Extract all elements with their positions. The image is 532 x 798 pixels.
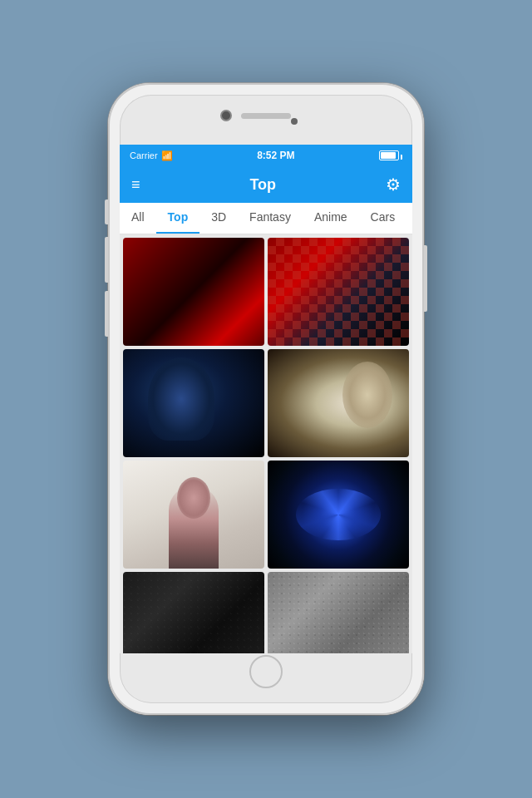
status-bar: Carrier 📶 8:52 PM <box>120 145 412 166</box>
navbar: ≡ Top ⚙ <box>120 166 412 203</box>
wallpaper-item-1[interactable] <box>123 238 264 346</box>
speaker <box>241 113 291 119</box>
wallpaper-item-3[interactable] <box>123 349 264 457</box>
tab-bar: All Top 3D Fantasy Anime Cars Girls City… <box>120 203 412 234</box>
front-camera <box>220 110 232 121</box>
hamburger-button[interactable]: ≡ <box>131 176 140 194</box>
wallpaper-item-8[interactable] <box>268 572 409 653</box>
navbar-title: Top <box>249 176 276 194</box>
power-button[interactable] <box>424 245 427 312</box>
tab-cars[interactable]: Cars <box>359 203 407 234</box>
wallpaper-item-2[interactable] <box>268 238 409 346</box>
wallpaper-item-5[interactable] <box>123 461 264 569</box>
status-time: 8:52 PM <box>257 150 294 161</box>
battery-body <box>379 150 399 160</box>
volume-down-button[interactable] <box>105 291 108 337</box>
battery-fill <box>381 152 396 159</box>
front-sensor <box>291 118 298 125</box>
home-button[interactable] <box>249 655 283 688</box>
tab-anime[interactable]: Anime <box>303 203 359 234</box>
battery-indicator <box>379 150 402 160</box>
tab-top[interactable]: Top <box>156 203 200 234</box>
carrier-label: Carrier <box>130 150 158 160</box>
carrier-info: Carrier 📶 <box>130 150 173 161</box>
wallpaper-item-6[interactable] <box>268 461 409 569</box>
wallpaper-grid <box>120 234 412 653</box>
volume-up-button[interactable] <box>105 237 108 283</box>
phone-inner: Carrier 📶 8:52 PM ≡ Top ⚙ All <box>120 95 412 703</box>
tab-girls[interactable]: Girls <box>406 203 412 234</box>
screen: Carrier 📶 8:52 PM ≡ Top ⚙ All <box>120 145 412 653</box>
wallpaper-item-4[interactable] <box>268 349 409 457</box>
phone-device: Carrier 📶 8:52 PM ≡ Top ⚙ All <box>108 83 424 715</box>
wifi-icon: 📶 <box>161 150 173 161</box>
tab-all[interactable]: All <box>120 203 156 234</box>
tab-3d[interactable]: 3D <box>200 203 238 234</box>
wallpaper-item-7[interactable] <box>123 572 264 653</box>
tab-fantasy[interactable]: Fantasy <box>238 203 303 234</box>
battery-tip <box>401 155 402 160</box>
settings-button[interactable]: ⚙ <box>386 176 401 193</box>
mute-button[interactable] <box>105 200 108 224</box>
